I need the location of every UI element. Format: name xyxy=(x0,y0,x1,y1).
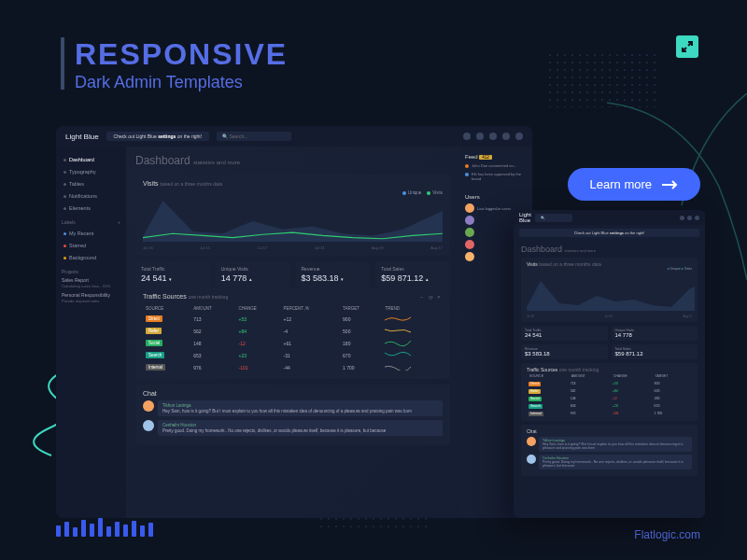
dashboard-desktop: Light Blue Check out Light Blue settings… xyxy=(56,126,532,518)
chat-message: Tikhon LaningaHey Sam, how is it going? … xyxy=(527,437,692,452)
settings-icon[interactable] xyxy=(695,216,699,220)
traffic-title: Traffic Sources one month tracking xyxy=(143,293,228,300)
sidebar-item-tables[interactable]: Tables xyxy=(62,178,120,189)
sidebar-project[interactable]: Personal ResponsibilityProvide required … xyxy=(62,292,120,303)
chat-message: Cenhelm HoustonPretty good. Doing my hom… xyxy=(527,455,692,469)
minimize-icon[interactable]: − xyxy=(420,294,426,300)
hero-subtitle: Dark Admin Templates xyxy=(75,73,243,92)
table-row[interactable]: Search653+23670 xyxy=(527,402,692,410)
dashboard-mobile: LightBlue 🔍 Check out Light Blue setting… xyxy=(514,210,705,518)
stat-revenue: Revenue$3 583.18 ▾ xyxy=(296,261,371,287)
stat-unique: Unique Visits14 778 ▴ xyxy=(216,261,290,287)
chat-card: Chat Tikhon LaningaHey Sam, how is it go… xyxy=(135,385,450,445)
settings-icon[interactable] xyxy=(502,133,510,140)
mobile-traffic-table: SOURCEAMOUNTCHANGETARGET Direct713+53900… xyxy=(527,372,692,417)
table-row[interactable]: Social148-12+61180 xyxy=(143,337,443,349)
chat-icon[interactable] xyxy=(680,216,684,220)
table-row[interactable]: Direct713+53+12900 xyxy=(143,313,443,325)
table-row[interactable]: Refer562+84-4500 xyxy=(143,325,443,337)
notification-icon[interactable] xyxy=(687,216,692,220)
mobile-stat: Total Sales$59 871.12 xyxy=(612,344,698,359)
users-title: Users xyxy=(465,194,527,200)
avatar xyxy=(143,400,154,412)
stats-row: Total Traffic24 541 ▾ Unique Visits14 77… xyxy=(135,261,450,287)
brand-link[interactable]: Flatlogic.com xyxy=(634,528,700,541)
app-logo[interactable]: Light Blue xyxy=(65,133,99,141)
sidebar: Dashboard Typography Tables Notification… xyxy=(56,147,126,518)
stat-sales: Total Sales$59 871.12 ▴ xyxy=(375,261,450,287)
visits-title: Visits based on a three months data xyxy=(143,180,443,187)
learn-more-button[interactable]: Learn more xyxy=(568,168,700,201)
hero-title: RESPONSIVE xyxy=(75,37,288,72)
sidebar-project[interactable]: Sales ReportCalculating x-axis bias... 6… xyxy=(62,277,120,288)
mobile-chat-card: Chat Tikhon LaningaHey Sam, how is it go… xyxy=(521,425,698,476)
mobile-stat: Unique Visits14 778 xyxy=(612,326,698,341)
feed-item[interactable]: John Doe commented on... xyxy=(465,163,527,168)
avatar xyxy=(465,203,474,213)
chat-message: Tikhon LaningaHey Sam, how is it going? … xyxy=(143,400,443,416)
avatar xyxy=(465,228,474,237)
table-row[interactable]: Internal976-101-441 700 xyxy=(143,361,443,373)
main-content: Dashboard statistics and more Visits bas… xyxy=(126,147,459,518)
avatar xyxy=(527,455,536,464)
sidebar-item-typography[interactable]: Typography xyxy=(62,166,120,177)
notification-icon[interactable] xyxy=(476,133,484,140)
mobile-traffic-card: Traffic Sources one month tracking SOURC… xyxy=(521,363,698,421)
traffic-table: SOURCEAMOUNTCHANGEPERCENT.,%TARGETTREND … xyxy=(143,304,443,373)
sidebar-label-background[interactable]: Background xyxy=(62,252,120,263)
avatar xyxy=(465,216,474,225)
avatar xyxy=(143,420,154,431)
sidebar-projects-header: Projects xyxy=(62,269,120,274)
table-row[interactable]: Direct713+53900 xyxy=(527,380,692,387)
table-row[interactable]: Search653+23-31670 xyxy=(143,349,443,361)
visits-card: Visits based on a three months data Uniq… xyxy=(135,175,450,256)
chart-legend: Unique Visits xyxy=(402,190,443,195)
sidebar-item-elements[interactable]: Elements xyxy=(62,203,120,214)
plus-icon[interactable]: + xyxy=(118,219,120,225)
traffic-card: Traffic Sources one month tracking −⟳× S… xyxy=(135,287,450,379)
page-title: Dashboard statistics and more xyxy=(135,154,450,167)
sidebar-label-recent[interactable]: My Recent xyxy=(62,228,120,239)
sidebar-labels-header: Labels+ xyxy=(62,219,120,225)
chat-icon[interactable] xyxy=(463,133,471,140)
card-controls: −⟳× xyxy=(420,294,443,300)
search-input[interactable]: 🔍 Search... xyxy=(217,132,291,141)
accent-bar xyxy=(61,37,64,90)
sidebar-item-dashboard[interactable]: Dashboard xyxy=(62,154,120,165)
search-input[interactable]: 🔍 xyxy=(535,214,572,222)
mobile-page-title: Dashboard statistics and more xyxy=(521,245,698,254)
sidebar-item-notifications[interactable]: Notifications xyxy=(62,190,120,202)
mobile-notice[interactable]: Check out Light Blue settings on the rig… xyxy=(519,229,699,237)
mobile-visits-card: Visits based on a three months data ● Un… xyxy=(521,258,698,322)
mobile-header: LightBlue 🔍 xyxy=(514,210,705,225)
decoration-bars xyxy=(56,518,153,537)
avatar xyxy=(465,252,474,261)
feed-item[interactable]: Elit has been approved by the board xyxy=(465,172,527,181)
visits-chart: Unique Visits xyxy=(143,190,443,242)
arrow-right-icon xyxy=(661,180,678,189)
grid-icon[interactable] xyxy=(489,133,497,140)
feed-title: Feed 412 xyxy=(465,154,527,160)
expand-icon[interactable] xyxy=(676,35,698,58)
mobile-chart xyxy=(527,273,695,311)
header-icons xyxy=(463,133,523,140)
mobile-stat: Revenue$3 583.18 xyxy=(521,344,608,359)
mobile-stat: Total Traffic24 541 xyxy=(521,326,608,341)
chat-title: Chat xyxy=(143,390,443,397)
table-row[interactable]: Social148-12180 xyxy=(527,395,692,402)
avatar xyxy=(527,437,536,446)
table-row[interactable]: Refer562+84500 xyxy=(527,387,692,395)
power-icon[interactable] xyxy=(515,133,523,140)
close-icon[interactable]: × xyxy=(437,294,443,300)
table-row[interactable]: Internal976-1011 700 xyxy=(527,410,692,417)
header-notice[interactable]: Check out Light Blue settings on the rig… xyxy=(106,132,210,141)
avatar xyxy=(465,240,474,249)
sidebar-label-starred[interactable]: Starred xyxy=(62,240,120,251)
chart-x-axis: Jul 26Jul 11Jul 17Jul 24Aug 09Aug 17 xyxy=(143,245,443,250)
learn-more-label: Learn more xyxy=(590,177,652,191)
refresh-icon[interactable]: ⟳ xyxy=(429,294,434,300)
stat-traffic: Total Traffic24 541 ▾ xyxy=(135,261,210,287)
mobile-logo[interactable]: LightBlue xyxy=(519,212,531,223)
app-header: Light Blue Check out Light Blue settings… xyxy=(56,126,532,147)
chat-message: Cenhelm HoustonPretty good. Doing my hom… xyxy=(143,420,443,436)
